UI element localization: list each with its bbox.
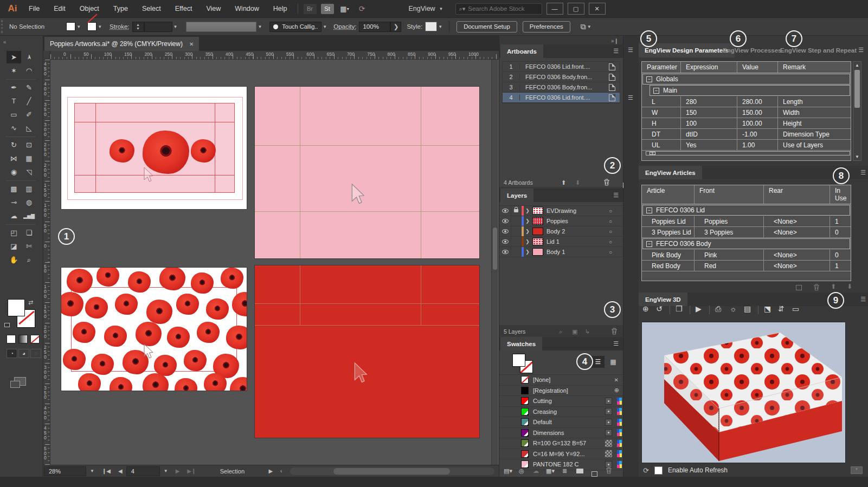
menu-file[interactable]: File [22, 0, 47, 18]
opacity-label[interactable]: Opacity: [333, 23, 356, 30]
color-mode-icon[interactable] [617, 419, 622, 426]
refresh-3d-icon[interactable]: ⇵ [778, 304, 785, 313]
swatch-chip[interactable] [521, 429, 529, 437]
panel-menu-icon[interactable]: ☰ [858, 47, 864, 54]
fold-box-icon[interactable]: ⬔ [764, 304, 771, 313]
column-front[interactable]: Front [695, 185, 764, 204]
article-row[interactable]: 3 Poppies Lid 3 Poppies <None> 0 [642, 227, 851, 238]
gradient-tool[interactable]: ▥ [22, 183, 36, 195]
swatch-row[interactable]: [None]✕ [499, 375, 623, 386]
status-chevron-icon[interactable]: ‹ [280, 468, 282, 474]
align-icon[interactable]: ⧉ [581, 22, 586, 31]
shaper-tool[interactable]: ∿ [7, 122, 21, 134]
collapse-tools-icon[interactable]: « [3, 39, 7, 45]
spot-color-icon[interactable] [605, 398, 612, 405]
color-mode-icon[interactable] [617, 398, 622, 405]
status-play-icon[interactable]: ▶ [268, 468, 273, 474]
mesh-tool[interactable]: ▩ [7, 183, 21, 195]
panel-menu-icon[interactable]: ☰ [613, 192, 619, 199]
swatch-name[interactable]: Dimensions [533, 430, 605, 436]
parameter-row[interactable]: DTdtID-1.00Dimension Type [642, 129, 851, 140]
export-3d-icon[interactable]: ⎙ [715, 304, 721, 314]
panel-menu-icon[interactable]: ☰ [613, 340, 619, 347]
knife-tool[interactable]: ✄ [22, 240, 36, 252]
document-tab[interactable]: Poppies Artworks.ai* @ 28% (CMYK/Preview… [44, 37, 199, 51]
artboard-row[interactable]: 2 FEFCO 0306 Body.fron... [503, 72, 620, 82]
opacity-panel-button[interactable]: ❯ [390, 22, 401, 32]
last-artboard-icon[interactable]: ▶❙ [187, 468, 196, 474]
draw-inside-mode-button[interactable]: ◌ [30, 349, 41, 358]
stroke-color-swatch[interactable] [87, 22, 97, 31]
layer-target-icon[interactable]: ○ [609, 229, 623, 235]
parameters-scrollbar[interactable]: ▲ ▼ [853, 61, 861, 161]
drag-handle[interactable] [1, 20, 7, 33]
move-article-down-icon[interactable]: ⬇ [847, 283, 852, 290]
visibility-toggle[interactable] [499, 206, 511, 216]
artboard-row[interactable]: 1 FEFCO 0306 Lid.front.... [503, 62, 620, 72]
layer-row[interactable]: ❯Poppies○ [499, 216, 623, 226]
process-color-icon[interactable] [605, 440, 612, 447]
swatch-chip[interactable] [521, 439, 529, 447]
spot-color-icon[interactable] [605, 408, 612, 415]
parameter-row[interactable]: L280280.00Length [642, 96, 851, 107]
options-dropdown-button[interactable]: ▾ [851, 466, 863, 474]
new-swatch-icon[interactable] [591, 471, 597, 477]
shape-builder-tool[interactable]: ◉ [7, 166, 21, 178]
scrollbar-thumb[interactable] [333, 468, 450, 475]
layer-name[interactable]: Lid 1 [546, 238, 609, 245]
zoom-level-field[interactable]: 28% [44, 466, 86, 476]
article-row[interactable]: Red Body Red <None> 1 [642, 261, 851, 271]
lock-toggle[interactable] [511, 237, 522, 246]
tab-layers[interactable]: Layers [500, 189, 533, 202]
screen-mode-button[interactable] [14, 377, 26, 386]
swatch-kinds-icon[interactable]: ▦▾ [546, 467, 555, 475]
expand-layer-icon[interactable]: ❯ [524, 229, 531, 234]
search-adobe-stock[interactable]: ⌕▾ [455, 3, 542, 15]
symbol-sprayer-tool[interactable]: ☁ [7, 210, 21, 222]
layer-row[interactable]: ❯EVDrawing○ [499, 206, 623, 216]
brush-definition-dropdown[interactable]: Touch Callig... [269, 22, 322, 32]
slice-tool[interactable]: ◪ [7, 240, 21, 252]
group-row-body[interactable]: − FEFCO 0306 Body [642, 238, 850, 249]
zoom-tool[interactable]: ⌕ [22, 254, 36, 266]
canvas-vertical-scrollbar[interactable] [491, 60, 498, 465]
menu-help[interactable]: Help [266, 0, 294, 18]
swatch-row[interactable]: Creasing [499, 407, 623, 418]
swatch-row[interactable]: C=16 M=96 Y=92... [499, 449, 623, 460]
list-view-button[interactable]: ☰ [591, 356, 605, 368]
stroke-weight-stepper[interactable]: ▲▼ [132, 22, 144, 32]
cloud-libraries-icon[interactable]: ☁ [533, 467, 539, 475]
light-icon[interactable]: ☼ [730, 304, 737, 313]
magic-wand-tool[interactable]: ✶ [7, 64, 21, 77]
artboard-page-icon[interactable] [609, 84, 615, 91]
layer-target-icon[interactable]: ○ [609, 239, 623, 245]
chevron-down-icon[interactable]: ▼ [438, 24, 442, 29]
none-mode-button[interactable] [30, 335, 40, 343]
chevron-down-icon[interactable]: ▼ [98, 24, 102, 29]
color-mode-icon[interactable] [617, 450, 622, 457]
close-button[interactable]: ✕ [589, 3, 606, 15]
article-row[interactable]: Pink Body Pink <None> 0 [642, 250, 851, 261]
swatch-chip[interactable] [521, 397, 529, 405]
menu-edit[interactable]: Edit [47, 0, 73, 18]
hand-tool[interactable]: ✋ [7, 254, 21, 266]
swatch-chip[interactable] [521, 387, 529, 394]
group-row-main[interactable]: − Main [650, 85, 850, 96]
style-swatch[interactable] [425, 22, 437, 31]
swap-fill-stroke-icon[interactable]: ⇄ [28, 299, 33, 306]
rotate-tool[interactable]: ↻ [7, 139, 21, 151]
scene-settings-icon[interactable]: ▤ [744, 304, 751, 313]
menu-select[interactable]: Select [135, 0, 168, 18]
stroke-weight-value[interactable] [144, 22, 172, 32]
lock-toggle[interactable] [511, 216, 522, 226]
column-remark[interactable]: Remark [778, 62, 851, 73]
group-row-lid[interactable]: − FEFCO 0306 Lid [642, 205, 850, 216]
layer-name[interactable]: EVDrawing [546, 207, 609, 214]
tab-engview-step-and-repeat[interactable]: EngView Step and Repeat [774, 43, 863, 57]
illustrator-logo[interactable]: Ai [3, 2, 22, 16]
artboard-1-lid-front[interactable] [61, 87, 247, 209]
artboard-number-field[interactable]: 4 [126, 466, 160, 476]
3d-viewport[interactable] [641, 322, 846, 463]
menu-window[interactable]: Window [228, 0, 266, 18]
previous-artboard-icon[interactable]: ◀ [118, 468, 123, 474]
